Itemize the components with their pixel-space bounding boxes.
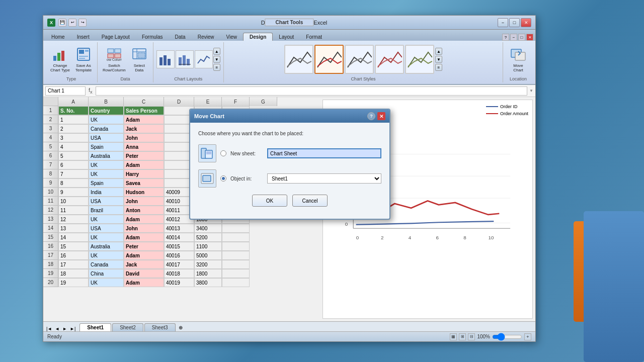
object-in-label: Object in:	[230, 176, 263, 182]
dialog-titlebar: Move Chart ? ✕	[190, 110, 389, 123]
excel-window: X 💾 ↩ ↪ Database - Microsoft Excel Chart…	[43, 15, 536, 342]
dialog-title-controls: ? ✕	[367, 112, 385, 120]
new-sheet-option: New sheet:	[198, 144, 381, 162]
new-sheet-input[interactable]	[267, 148, 381, 158]
object-in-select[interactable]: Sheet1 Sheet2 Sheet3	[267, 173, 381, 184]
new-sheet-icon	[198, 144, 216, 162]
object-in-option: Object in: Sheet1 Sheet2 Sheet3	[198, 169, 381, 188]
new-sheet-label: New sheet:	[230, 151, 263, 156]
object-in-radio[interactable]	[220, 175, 226, 182]
blue-decoration	[584, 211, 644, 362]
svg-rect-46	[203, 175, 211, 182]
ok-button[interactable]: OK	[252, 195, 287, 207]
cancel-button[interactable]: Cancel	[292, 195, 328, 207]
dialog-description: Choose where you want the chart to be pl…	[198, 131, 381, 136]
dialog-overlay: Move Chart ? ✕ Choose where you want the…	[43, 16, 535, 341]
svg-rect-44	[206, 151, 211, 154]
dialog-body: Choose where you want the chart to be pl…	[190, 123, 389, 219]
object-in-icon	[198, 169, 216, 188]
move-chart-dialog: Move Chart ? ✕ Choose where you want the…	[189, 109, 390, 220]
dialog-help-button[interactable]: ?	[367, 112, 375, 120]
dialog-buttons: OK Cancel	[198, 195, 381, 211]
new-sheet-radio[interactable]	[220, 150, 226, 156]
dialog-title: Move Chart	[194, 113, 224, 119]
dialog-close-button[interactable]: ✕	[377, 112, 385, 120]
